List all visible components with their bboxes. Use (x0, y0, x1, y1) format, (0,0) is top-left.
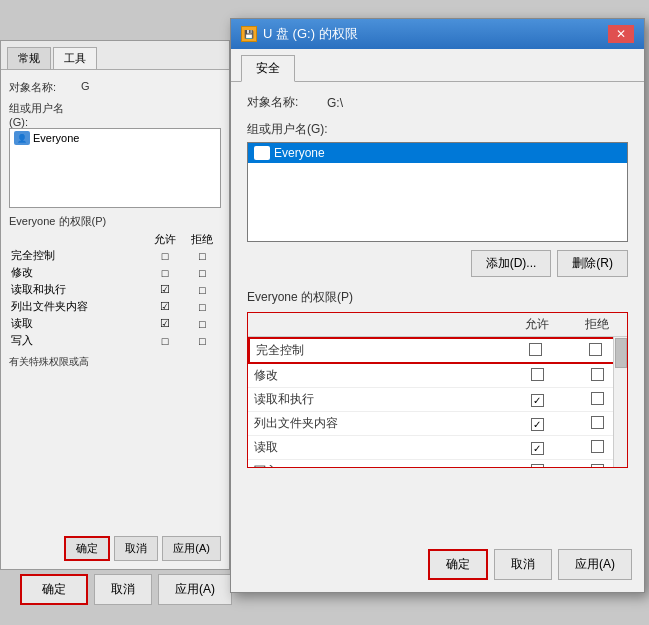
perm-row-bg-2: 修改 □ □ (9, 264, 221, 281)
checkbox-read-exec-allow[interactable]: ✓ (531, 394, 544, 407)
perm-row-bg-6: 写入 □ □ (9, 332, 221, 349)
perm-name: 写入 (9, 332, 146, 349)
user-name-bg: Everyone (33, 132, 79, 144)
dialog-cancel-button[interactable]: 取消 (494, 549, 552, 580)
perm-deny: □ (184, 332, 221, 349)
perm-table-container: 允许 拒绝 完全控制 修改 (247, 312, 628, 468)
perm-row-6: 写入 (248, 460, 627, 467)
perm-deny: □ (184, 247, 221, 264)
col-header-name (248, 316, 507, 333)
bg-bottom-row: 确定 取消 应用(A) (20, 574, 232, 605)
properties-bottom-buttons: 确定 取消 应用(A) (64, 536, 221, 561)
bg-ok-button[interactable]: 确定 (20, 574, 88, 605)
perm-row-2: 修改 (248, 364, 627, 388)
perm-row-3-allow[interactable]: ✓ (507, 393, 567, 407)
dialog-bottom-buttons: 确定 取消 应用(A) (428, 549, 632, 580)
perm-name: 修改 (9, 264, 146, 281)
scrollbar-thumb[interactable] (615, 338, 627, 368)
everyone-icon (254, 146, 270, 160)
perm-allow: ☑ (146, 315, 183, 332)
properties-apply-button[interactable]: 应用(A) (162, 536, 221, 561)
svg-point-1 (263, 149, 267, 153)
perm-row-3: 读取和执行 ✓ (248, 388, 627, 412)
perm-table-scroll: 完全控制 修改 (248, 337, 627, 467)
object-value: G (81, 80, 221, 92)
perm-table-header: 允许 拒绝 (248, 313, 627, 337)
object-name-label: 对象名称: (247, 94, 327, 111)
checkbox-write-allow[interactable] (531, 464, 544, 468)
perm-row-4: 列出文件夹内容 ✓ (248, 412, 627, 436)
user-list-item-everyone[interactable]: Everyone (248, 143, 627, 163)
col-allow: 允许 (146, 232, 183, 247)
perm-row-5: 读取 ✓ (248, 436, 627, 460)
perm-deny: □ (184, 264, 221, 281)
perm-allow: ☑ (146, 298, 183, 315)
checkbox-read-allow[interactable]: ✓ (531, 442, 544, 455)
checkbox-write-deny[interactable] (591, 464, 604, 468)
bg-cancel-button[interactable]: 取消 (94, 574, 152, 605)
perm-row-5-allow[interactable]: ✓ (507, 441, 567, 455)
perm-deny: □ (184, 315, 221, 332)
dialog-ok-button[interactable]: 确定 (428, 549, 488, 580)
perm-allow: □ (146, 264, 183, 281)
scrollbar-track (613, 337, 627, 467)
checkbox-full-deny[interactable] (589, 343, 602, 356)
checkbox-list-deny[interactable] (591, 416, 604, 429)
properties-cancel-button[interactable]: 取消 (114, 536, 158, 561)
properties-ok-button[interactable]: 确定 (64, 536, 110, 561)
perm-row-4-name: 列出文件夹内容 (248, 415, 507, 432)
object-label: 对象名称: (9, 80, 81, 95)
checkbox-read-deny[interactable] (591, 440, 604, 453)
perm-row-1-name: 完全控制 (250, 342, 505, 359)
group-label: 组或用户名(G): (9, 101, 81, 128)
perm-row-3-name: 读取和执行 (248, 391, 507, 408)
dialog-title: U 盘 (G:) 的权限 (263, 25, 602, 43)
perm-allow: □ (146, 247, 183, 264)
checkbox-modify-deny[interactable] (591, 368, 604, 381)
object-name-row: 对象名称: G:\ (247, 94, 628, 111)
perm-row-1-allow[interactable] (505, 343, 565, 359)
perm-deny: □ (184, 281, 221, 298)
user-listbox-bg: 👤 Everyone (9, 128, 221, 208)
perm-row-6-allow[interactable] (507, 464, 567, 468)
checkbox-modify-allow[interactable] (531, 368, 544, 381)
group-section-label: 组或用户名(G): (247, 121, 628, 138)
svg-point-0 (258, 148, 263, 153)
object-name-value: G:\ (327, 96, 343, 110)
perm-label-bg: Everyone 的权限(P) (9, 214, 221, 229)
perm-row-4-allow[interactable]: ✓ (507, 417, 567, 431)
change-note-bg: 有关特殊权限或高 (9, 355, 221, 369)
dialog-apply-button[interactable]: 应用(A) (558, 549, 632, 580)
user-listbox[interactable]: Everyone (247, 142, 628, 242)
tab-security[interactable]: 安全 (241, 55, 295, 82)
perm-name: 完全控制 (9, 247, 146, 264)
tab-tools[interactable]: 工具 (53, 47, 97, 69)
perm-row-bg-4: 列出文件夹内容 ☑ □ (9, 298, 221, 315)
tab-general[interactable]: 常规 (7, 47, 51, 69)
user-item-bg: 👤 Everyone (10, 129, 220, 147)
dialog-tabs: 安全 (231, 49, 644, 82)
perm-allow: □ (146, 332, 183, 349)
perm-row-5-name: 读取 (248, 439, 507, 456)
dialog-icon: 💾 (241, 26, 257, 42)
everyone-label: Everyone (274, 146, 325, 160)
perm-row-bg-5: 读取 ☑ □ (9, 315, 221, 332)
user-icon: 👤 (14, 131, 30, 145)
checkbox-list-allow[interactable]: ✓ (531, 418, 544, 431)
perm-row-6-name: 写入 (248, 463, 507, 467)
remove-button[interactable]: 删除(R) (557, 250, 628, 277)
perm-row-2-name: 修改 (248, 367, 507, 384)
checkbox-read-exec-deny[interactable] (591, 392, 604, 405)
properties-body: 对象名称: G 组或用户名(G): 👤 Everyone Everyone 的权… (1, 70, 229, 379)
everyone-perm-label: Everyone 的权限(P) (247, 289, 628, 306)
add-button[interactable]: 添加(D)... (471, 250, 552, 277)
checkbox-full-allow[interactable] (529, 343, 542, 356)
perm-titlebar: 💾 U 盘 (G:) 的权限 ✕ (231, 19, 644, 49)
perm-name: 读取 (9, 315, 146, 332)
perm-row-2-allow[interactable] (507, 368, 567, 384)
close-button[interactable]: ✕ (608, 25, 634, 43)
properties-window-background: 常规 工具 对象名称: G 组或用户名(G): 👤 Everyone Every… (0, 40, 230, 570)
perm-deny: □ (184, 298, 221, 315)
bg-apply-button[interactable]: 应用(A) (158, 574, 232, 605)
add-remove-buttons: 添加(D)... 删除(R) (247, 250, 628, 277)
